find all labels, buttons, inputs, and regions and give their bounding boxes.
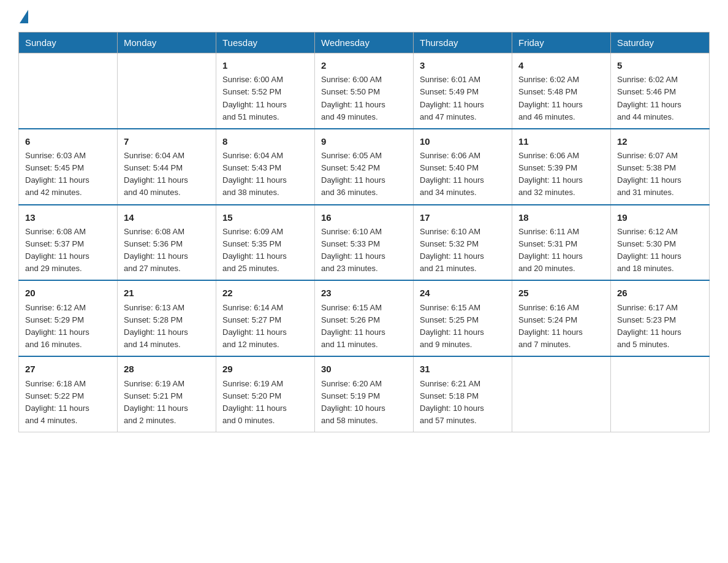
day-info: Sunrise: 6:19 AM Sunset: 5:20 PM Dayligh… bbox=[222, 378, 308, 427]
day-info: Sunrise: 6:05 AM Sunset: 5:42 PM Dayligh… bbox=[321, 150, 407, 199]
day-number: 15 bbox=[222, 210, 308, 224]
day-info: Sunrise: 6:01 AM Sunset: 5:49 PM Dayligh… bbox=[420, 74, 506, 123]
day-number: 6 bbox=[25, 134, 111, 148]
calendar-cell: 15Sunrise: 6:09 AM Sunset: 5:35 PM Dayli… bbox=[216, 205, 315, 281]
calendar-cell: 7Sunrise: 6:04 AM Sunset: 5:44 PM Daylig… bbox=[118, 129, 216, 205]
calendar-week-row: 6Sunrise: 6:03 AM Sunset: 5:45 PM Daylig… bbox=[19, 129, 710, 205]
day-info: Sunrise: 6:20 AM Sunset: 5:19 PM Dayligh… bbox=[321, 378, 407, 427]
calendar-cell: 23Sunrise: 6:15 AM Sunset: 5:26 PM Dayli… bbox=[315, 280, 414, 356]
calendar-cell: 18Sunrise: 6:11 AM Sunset: 5:31 PM Dayli… bbox=[512, 205, 611, 281]
calendar-cell: 8Sunrise: 6:04 AM Sunset: 5:43 PM Daylig… bbox=[216, 129, 315, 205]
day-number: 10 bbox=[420, 134, 506, 148]
calendar-table: SundayMondayTuesdayWednesdayThursdayFrid… bbox=[18, 32, 710, 432]
day-info: Sunrise: 6:16 AM Sunset: 5:24 PM Dayligh… bbox=[518, 302, 604, 351]
day-number: 17 bbox=[420, 210, 506, 224]
calendar-cell: 2Sunrise: 6:00 AM Sunset: 5:50 PM Daylig… bbox=[315, 53, 414, 129]
day-number: 1 bbox=[222, 58, 308, 72]
day-number: 29 bbox=[222, 362, 308, 376]
day-info: Sunrise: 6:07 AM Sunset: 5:38 PM Dayligh… bbox=[617, 150, 703, 199]
calendar-cell: 12Sunrise: 6:07 AM Sunset: 5:38 PM Dayli… bbox=[611, 129, 710, 205]
day-number: 14 bbox=[124, 210, 210, 224]
calendar-week-row: 13Sunrise: 6:08 AM Sunset: 5:37 PM Dayli… bbox=[19, 205, 710, 281]
day-number: 12 bbox=[617, 134, 703, 148]
day-info: Sunrise: 6:08 AM Sunset: 5:36 PM Dayligh… bbox=[124, 226, 210, 275]
calendar-cell bbox=[611, 356, 710, 432]
day-info: Sunrise: 6:09 AM Sunset: 5:35 PM Dayligh… bbox=[222, 226, 308, 275]
calendar-cell: 10Sunrise: 6:06 AM Sunset: 5:40 PM Dayli… bbox=[414, 129, 512, 205]
day-number: 4 bbox=[518, 58, 604, 72]
day-info: Sunrise: 6:00 AM Sunset: 5:50 PM Dayligh… bbox=[321, 74, 407, 123]
day-info: Sunrise: 6:15 AM Sunset: 5:25 PM Dayligh… bbox=[420, 302, 506, 351]
day-info: Sunrise: 6:00 AM Sunset: 5:52 PM Dayligh… bbox=[222, 74, 308, 123]
day-number: 13 bbox=[25, 210, 111, 224]
day-number: 16 bbox=[321, 210, 407, 224]
weekday-header-thursday: Thursday bbox=[414, 33, 512, 53]
day-info: Sunrise: 6:12 AM Sunset: 5:30 PM Dayligh… bbox=[617, 226, 703, 275]
weekday-header-tuesday: Tuesday bbox=[216, 33, 315, 53]
day-number: 25 bbox=[518, 286, 604, 300]
day-number: 20 bbox=[25, 286, 111, 300]
calendar-week-row: 27Sunrise: 6:18 AM Sunset: 5:22 PM Dayli… bbox=[19, 356, 710, 432]
day-info: Sunrise: 6:10 AM Sunset: 5:32 PM Dayligh… bbox=[420, 226, 506, 275]
weekday-header-friday: Friday bbox=[512, 33, 611, 53]
calendar-cell: 30Sunrise: 6:20 AM Sunset: 5:19 PM Dayli… bbox=[315, 356, 414, 432]
day-info: Sunrise: 6:08 AM Sunset: 5:37 PM Dayligh… bbox=[25, 226, 111, 275]
calendar-cell: 1Sunrise: 6:00 AM Sunset: 5:52 PM Daylig… bbox=[216, 53, 315, 129]
calendar-cell: 4Sunrise: 6:02 AM Sunset: 5:48 PM Daylig… bbox=[512, 53, 611, 129]
day-info: Sunrise: 6:03 AM Sunset: 5:45 PM Dayligh… bbox=[25, 150, 111, 199]
calendar-cell: 29Sunrise: 6:19 AM Sunset: 5:20 PM Dayli… bbox=[216, 356, 315, 432]
calendar-week-row: 20Sunrise: 6:12 AM Sunset: 5:29 PM Dayli… bbox=[19, 280, 710, 356]
day-number: 27 bbox=[25, 362, 111, 376]
calendar-week-row: 1Sunrise: 6:00 AM Sunset: 5:52 PM Daylig… bbox=[19, 53, 710, 129]
day-info: Sunrise: 6:06 AM Sunset: 5:39 PM Dayligh… bbox=[518, 150, 604, 199]
day-number: 9 bbox=[321, 134, 407, 148]
day-info: Sunrise: 6:04 AM Sunset: 5:44 PM Dayligh… bbox=[124, 150, 210, 199]
calendar-cell: 14Sunrise: 6:08 AM Sunset: 5:36 PM Dayli… bbox=[118, 205, 216, 281]
calendar-cell bbox=[118, 53, 216, 129]
day-number: 7 bbox=[124, 134, 210, 148]
page-header bbox=[18, 12, 710, 21]
calendar-cell: 25Sunrise: 6:16 AM Sunset: 5:24 PM Dayli… bbox=[512, 280, 611, 356]
calendar-cell: 24Sunrise: 6:15 AM Sunset: 5:25 PM Dayli… bbox=[414, 280, 512, 356]
calendar-cell: 31Sunrise: 6:21 AM Sunset: 5:18 PM Dayli… bbox=[414, 356, 512, 432]
calendar-cell: 5Sunrise: 6:02 AM Sunset: 5:46 PM Daylig… bbox=[611, 53, 710, 129]
calendar-cell: 27Sunrise: 6:18 AM Sunset: 5:22 PM Dayli… bbox=[19, 356, 118, 432]
day-info: Sunrise: 6:04 AM Sunset: 5:43 PM Dayligh… bbox=[222, 150, 308, 199]
day-info: Sunrise: 6:02 AM Sunset: 5:48 PM Dayligh… bbox=[518, 74, 604, 123]
day-info: Sunrise: 6:18 AM Sunset: 5:22 PM Dayligh… bbox=[25, 378, 111, 427]
day-number: 11 bbox=[518, 134, 604, 148]
day-info: Sunrise: 6:13 AM Sunset: 5:28 PM Dayligh… bbox=[124, 302, 210, 351]
day-number: 31 bbox=[420, 362, 506, 376]
day-info: Sunrise: 6:15 AM Sunset: 5:26 PM Dayligh… bbox=[321, 302, 407, 351]
weekday-header-wednesday: Wednesday bbox=[315, 33, 414, 53]
day-number: 24 bbox=[420, 286, 506, 300]
calendar-cell: 13Sunrise: 6:08 AM Sunset: 5:37 PM Dayli… bbox=[19, 205, 118, 281]
day-info: Sunrise: 6:02 AM Sunset: 5:46 PM Dayligh… bbox=[617, 74, 703, 123]
day-info: Sunrise: 6:17 AM Sunset: 5:23 PM Dayligh… bbox=[617, 302, 703, 351]
logo-triangle-icon bbox=[20, 10, 28, 23]
day-info: Sunrise: 6:12 AM Sunset: 5:29 PM Dayligh… bbox=[25, 302, 111, 351]
day-number: 23 bbox=[321, 286, 407, 300]
calendar-header-row: SundayMondayTuesdayWednesdayThursdayFrid… bbox=[19, 33, 710, 53]
calendar-cell: 21Sunrise: 6:13 AM Sunset: 5:28 PM Dayli… bbox=[118, 280, 216, 356]
day-info: Sunrise: 6:10 AM Sunset: 5:33 PM Dayligh… bbox=[321, 226, 407, 275]
day-number: 5 bbox=[617, 58, 703, 72]
calendar-cell: 9Sunrise: 6:05 AM Sunset: 5:42 PM Daylig… bbox=[315, 129, 414, 205]
weekday-header-saturday: Saturday bbox=[611, 33, 710, 53]
day-number: 26 bbox=[617, 286, 703, 300]
calendar-cell bbox=[512, 356, 611, 432]
calendar-cell: 20Sunrise: 6:12 AM Sunset: 5:29 PM Dayli… bbox=[19, 280, 118, 356]
calendar-cell: 11Sunrise: 6:06 AM Sunset: 5:39 PM Dayli… bbox=[512, 129, 611, 205]
day-info: Sunrise: 6:14 AM Sunset: 5:27 PM Dayligh… bbox=[222, 302, 308, 351]
day-info: Sunrise: 6:06 AM Sunset: 5:40 PM Dayligh… bbox=[420, 150, 506, 199]
calendar-cell: 16Sunrise: 6:10 AM Sunset: 5:33 PM Dayli… bbox=[315, 205, 414, 281]
day-number: 8 bbox=[222, 134, 308, 148]
day-number: 3 bbox=[420, 58, 506, 72]
calendar-cell: 28Sunrise: 6:19 AM Sunset: 5:21 PM Dayli… bbox=[118, 356, 216, 432]
day-number: 28 bbox=[124, 362, 210, 376]
calendar-cell: 6Sunrise: 6:03 AM Sunset: 5:45 PM Daylig… bbox=[19, 129, 118, 205]
calendar-cell: 19Sunrise: 6:12 AM Sunset: 5:30 PM Dayli… bbox=[611, 205, 710, 281]
day-number: 21 bbox=[124, 286, 210, 300]
calendar-cell: 3Sunrise: 6:01 AM Sunset: 5:49 PM Daylig… bbox=[414, 53, 512, 129]
day-number: 2 bbox=[321, 58, 407, 72]
